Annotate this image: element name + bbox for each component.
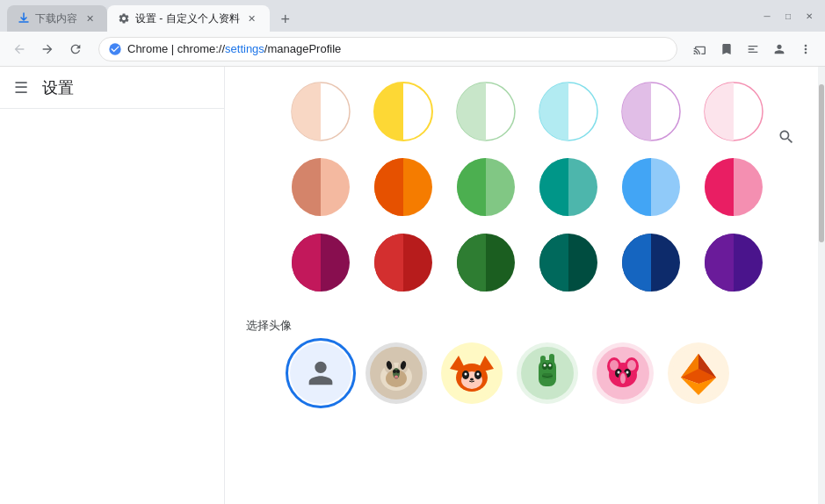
site-security-icon: [108, 42, 122, 56]
svg-point-38: [477, 373, 480, 376]
bookmark-button[interactable]: [714, 37, 739, 61]
svg-point-53: [610, 360, 619, 371]
color-option[interactable]: [538, 156, 599, 218]
title-bar: 下载内容 ✕ 设置 - 自定义个人资料 ✕ + ─ □ ✕: [0, 0, 825, 32]
search-button[interactable]: [772, 123, 800, 151]
svg-rect-48: [542, 373, 553, 378]
address-domain: Chrome: [127, 42, 168, 55]
svg-point-27: [393, 370, 396, 373]
avatar-section: 选择头像: [246, 318, 797, 404]
tab-search-button[interactable]: [741, 37, 765, 61]
color-option[interactable]: [290, 156, 351, 218]
forward-button[interactable]: [35, 37, 60, 61]
window-controls: ─ □ ✕: [751, 0, 825, 32]
tab-strip: 下载内容 ✕ 设置 - 自定义个人资料 ✕ +: [0, 0, 751, 32]
address-highlight: settings: [225, 42, 264, 55]
tab-download-title: 下载内容: [35, 11, 77, 26]
minimize-button[interactable]: ─: [758, 7, 776, 25]
color-option[interactable]: [373, 156, 434, 218]
color-option[interactable]: [620, 81, 682, 142]
browser-frame: 下载内容 ✕ 设置 - 自定义个人资料 ✕ + ─ □ ✕: [0, 0, 825, 504]
color-option[interactable]: [538, 81, 599, 142]
settings-title: 设置: [42, 77, 74, 98]
settings-header: ☰ 设置: [0, 67, 224, 109]
color-row-1: [246, 81, 797, 142]
back-button[interactable]: [7, 37, 32, 61]
avatar-row: [246, 342, 797, 404]
svg-point-39: [470, 378, 474, 381]
close-button[interactable]: ✕: [800, 7, 818, 25]
color-option[interactable]: [455, 232, 517, 293]
color-option[interactable]: [373, 81, 434, 142]
content-scroll: 选择头像: [225, 67, 818, 504]
avatar-dragon[interactable]: [517, 342, 578, 404]
tab-download[interactable]: 下载内容 ✕: [7, 5, 107, 32]
scrollbar[interactable]: [818, 67, 825, 504]
main-area: 选择头像: [225, 67, 825, 504]
color-option[interactable]: [620, 156, 682, 218]
color-row-3: [246, 232, 797, 293]
color-option[interactable]: [290, 81, 351, 142]
svg-point-60: [620, 373, 626, 384]
avatar-elephant[interactable]: [592, 342, 654, 404]
tab-settings[interactable]: 设置 - 自定义个人资料 ✕: [107, 5, 270, 32]
color-option[interactable]: [290, 232, 351, 293]
avatar-fox[interactable]: [441, 342, 503, 404]
tab-settings-title: 设置 - 自定义个人资料: [135, 11, 240, 26]
tab-download-close[interactable]: ✕: [83, 11, 97, 25]
svg-point-37: [465, 373, 467, 376]
svg-point-46: [544, 364, 546, 367]
settings-sidebar: ☰ 设置: [0, 67, 225, 504]
menu-button[interactable]: [793, 37, 818, 61]
scrollbar-track: [818, 67, 825, 504]
svg-point-47: [549, 364, 552, 367]
maximize-button[interactable]: □: [779, 7, 797, 25]
scrollbar-thumb[interactable]: [819, 84, 824, 242]
download-icon: [18, 12, 30, 25]
profile-button[interactable]: [767, 37, 792, 61]
tab-settings-close[interactable]: ✕: [245, 11, 259, 25]
cast-button[interactable]: [688, 37, 713, 61]
address-text: Chrome | chrome://settings/manageProfile: [127, 42, 668, 55]
color-option[interactable]: [455, 81, 517, 142]
svg-point-57: [618, 371, 620, 374]
toolbar: Chrome | chrome://settings/manageProfile: [0, 32, 825, 67]
color-option[interactable]: [455, 156, 517, 218]
svg-point-29: [394, 376, 398, 378]
avatar-section-label: 选择头像: [246, 318, 797, 334]
refresh-button[interactable]: [63, 37, 88, 61]
toolbar-actions: [688, 37, 818, 61]
color-option[interactable]: [703, 81, 764, 142]
avatar-person[interactable]: [290, 342, 351, 404]
color-grid: [246, 81, 797, 293]
page-content: ☰ 设置: [0, 67, 825, 504]
avatar-origami-fox[interactable]: [668, 342, 729, 404]
avatar-cat[interactable]: [365, 342, 427, 404]
color-option[interactable]: [703, 156, 764, 218]
color-option[interactable]: [703, 232, 764, 293]
color-option[interactable]: [620, 232, 682, 293]
color-option[interactable]: [373, 232, 434, 293]
new-tab-button[interactable]: +: [273, 7, 298, 32]
svg-point-28: [396, 370, 400, 373]
color-row-2: [246, 156, 797, 218]
settings-tab-icon: [118, 12, 130, 25]
address-path: /manageProfile: [264, 42, 341, 55]
address-bar[interactable]: Chrome | chrome://settings/manageProfile: [98, 37, 677, 61]
color-option[interactable]: [538, 232, 599, 293]
svg-point-58: [626, 371, 629, 374]
hamburger-icon[interactable]: ☰: [14, 78, 28, 97]
svg-point-54: [627, 360, 636, 371]
